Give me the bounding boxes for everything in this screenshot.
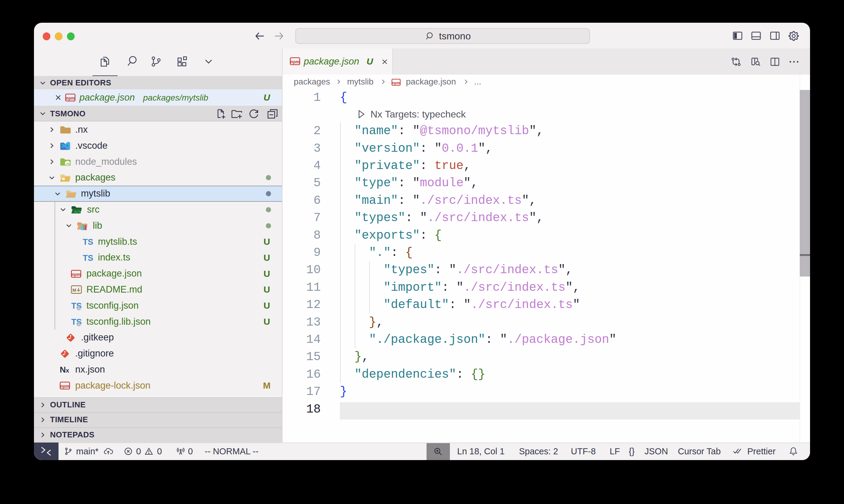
svg-text:x: x: [66, 367, 69, 374]
svg-text:M: M: [72, 287, 76, 293]
svg-text:N: N: [60, 365, 66, 374]
svg-text:</>: </>: [74, 210, 81, 214]
svg-text:TS: TS: [83, 253, 93, 263]
svg-text:npm: npm: [392, 81, 400, 85]
svg-text:npm: npm: [71, 272, 81, 277]
svg-text:npm: npm: [60, 384, 69, 389]
svg-text:npm: npm: [66, 96, 75, 101]
svg-text:TS: TS: [83, 237, 93, 247]
svg-text:JS: JS: [66, 162, 70, 165]
svg-text:npm: npm: [290, 59, 299, 64]
